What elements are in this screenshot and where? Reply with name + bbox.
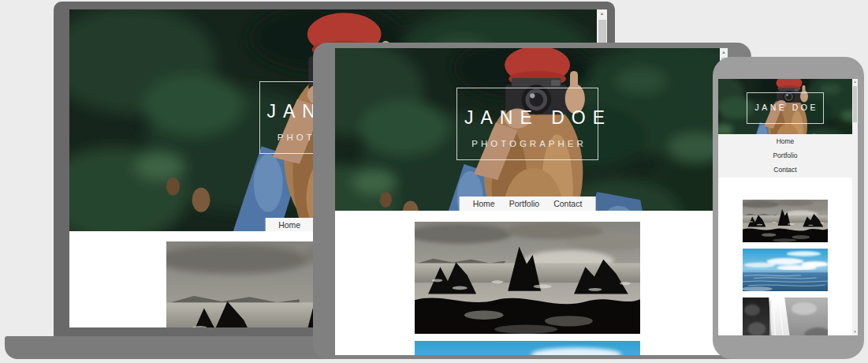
main-nav: Home Portfolio Contact bbox=[460, 196, 596, 211]
photo-ocean-horizon[interactable] bbox=[415, 341, 640, 355]
nav-link-contact[interactable]: Contact bbox=[546, 199, 589, 208]
scrollbar-thumb[interactable] bbox=[853, 86, 857, 122]
photo-rocky-seascape[interactable] bbox=[415, 222, 640, 334]
ocean-horizon-image bbox=[415, 341, 640, 355]
rocky-seascape-image bbox=[743, 200, 828, 242]
scroll-up-icon[interactable]: ▲ bbox=[852, 79, 858, 85]
responsive-preview-stage: JANE DOE PHOTOGRAPHER Home Portfolio Con… bbox=[0, 0, 868, 363]
phone-scrollbar[interactable]: ▲ ▼ bbox=[852, 79, 858, 335]
tablet-screen: JANE DOE PHOTOGRAPHER Home Portfolio Con… bbox=[335, 48, 728, 355]
scroll-up-icon[interactable]: ▲ bbox=[597, 9, 607, 18]
ocean-horizon-image bbox=[743, 249, 828, 291]
phone-device: JANE DOE Home Portfolio Contact ▲ ▼ bbox=[713, 57, 864, 359]
main-nav: Home Portfolio Contact bbox=[718, 134, 852, 178]
nav-link-home[interactable]: Home bbox=[466, 199, 502, 208]
rocky-seascape-image bbox=[415, 222, 640, 334]
hero-title-box: JANE DOE PHOTOGRAPHER bbox=[456, 88, 598, 160]
nav-link-portfolio[interactable]: Portfolio bbox=[773, 152, 797, 159]
site-title: JANE DOE bbox=[457, 107, 598, 129]
photo-ocean-horizon[interactable] bbox=[743, 249, 828, 291]
hero-photo: JANE DOE bbox=[718, 79, 852, 134]
phone-screen: JANE DOE Home Portfolio Contact ▲ ▼ bbox=[718, 79, 858, 335]
nav-link-home[interactable]: Home bbox=[777, 138, 795, 145]
waterfall-monochrome-image bbox=[743, 298, 828, 335]
photo-rocky-seascape[interactable] bbox=[743, 200, 828, 242]
scroll-up-icon[interactable]: ▲ bbox=[720, 48, 728, 57]
hero-photo: JANE DOE PHOTOGRAPHER Home Portfolio Con… bbox=[335, 48, 720, 211]
site-tagline: PHOTOGRAPHER bbox=[457, 139, 598, 148]
tablet-device: JANE DOE PHOTOGRAPHER Home Portfolio Con… bbox=[313, 43, 751, 359]
nav-link-home[interactable]: Home bbox=[271, 220, 307, 230]
photo-waterfall-monochrome[interactable] bbox=[743, 298, 828, 335]
site-title: JANE DOE bbox=[747, 103, 823, 112]
hero-title-box: JANE DOE bbox=[747, 92, 824, 124]
nav-link-portfolio[interactable]: Portfolio bbox=[502, 199, 547, 208]
scroll-down-icon[interactable]: ▼ bbox=[852, 329, 858, 335]
nav-link-contact[interactable]: Contact bbox=[773, 167, 796, 174]
